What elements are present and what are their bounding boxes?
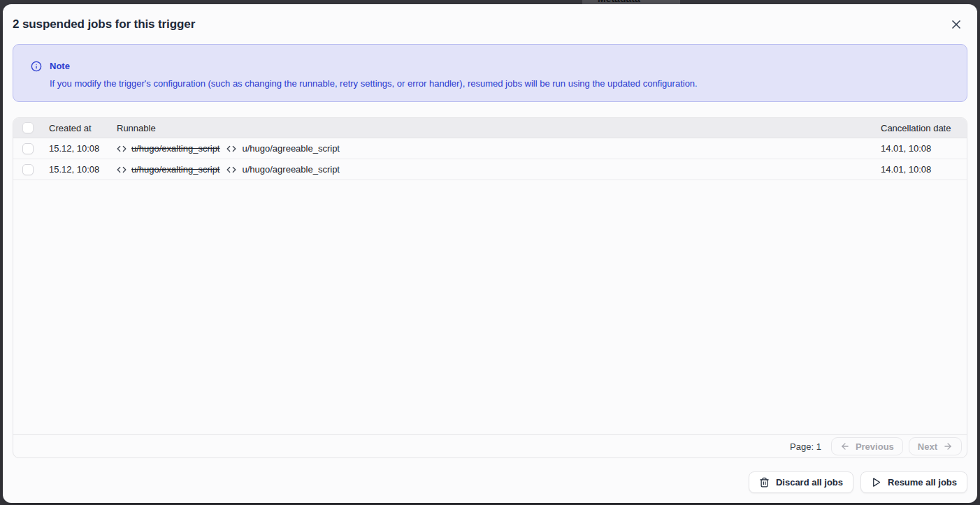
row-checkbox[interactable] (22, 143, 34, 154)
select-all-checkbox[interactable] (22, 122, 34, 133)
code-icon (117, 165, 127, 175)
pagination: Page: 1 Previous Next (13, 434, 967, 458)
table-header-row: Created at Runnable Cancellation date (13, 118, 967, 138)
previous-page-button[interactable]: Previous (831, 437, 903, 455)
note-content: Note If you modify the trigger's configu… (50, 61, 698, 89)
next-label: Next (918, 441, 937, 452)
column-header-created-at: Created at (49, 123, 117, 133)
runnable-cell: u/hugo/exalting_script u/hugo/agreeable_… (117, 143, 881, 154)
code-icon (226, 165, 236, 175)
row-checkbox-cell (13, 143, 49, 154)
runnable-cell: u/hugo/exalting_script u/hugo/agreeable_… (117, 164, 881, 175)
resume-all-jobs-label: Resume all jobs (888, 477, 957, 488)
resume-all-jobs-button[interactable]: Resume all jobs (860, 471, 967, 493)
table-row[interactable]: 15.12, 10:08 u/hugo/exalting_script u/hu… (13, 138, 967, 159)
close-icon (949, 17, 963, 31)
modal-header: 2 suspended jobs for this trigger (3, 4, 977, 44)
modal-title: 2 suspended jobs for this trigger (13, 17, 195, 31)
column-header-cancellation-date: Cancellation date (881, 123, 967, 133)
note-banner: Note If you modify the trigger's configu… (13, 44, 967, 102)
created-at-cell: 15.12, 10:08 (49, 143, 117, 154)
code-icon (226, 144, 236, 154)
old-runnable-path: u/hugo/exalting_script (131, 164, 219, 175)
info-icon (31, 61, 42, 72)
discard-all-jobs-label: Discard all jobs (776, 477, 843, 488)
previous-label: Previous (856, 441, 894, 452)
row-checkbox[interactable] (22, 164, 34, 175)
new-runnable-path: u/hugo/agreeable_script (242, 164, 340, 175)
arrow-right-icon (943, 441, 953, 451)
suspended-jobs-modal: 2 suspended jobs for this trigger Note I… (3, 4, 977, 503)
cancellation-date-cell: 14.01, 10:08 (881, 143, 967, 154)
created-at-cell: 15.12, 10:08 (49, 164, 117, 175)
new-runnable-path: u/hugo/agreeable_script (242, 143, 340, 154)
page-indicator: Page: 1 (790, 441, 821, 452)
note-body: If you modify the trigger's configuratio… (50, 78, 698, 89)
play-icon (871, 477, 881, 488)
header-checkbox-cell (13, 122, 49, 133)
modal-actions: Discard all jobs Resume all jobs (3, 458, 977, 503)
trash-icon (759, 477, 770, 488)
note-title: Note (50, 61, 698, 72)
arrow-left-icon (840, 441, 850, 451)
row-checkbox-cell (13, 164, 49, 175)
close-button[interactable] (949, 17, 963, 31)
next-page-button[interactable]: Next (909, 437, 962, 455)
cancellation-date-cell: 14.01, 10:08 (881, 164, 967, 175)
discard-all-jobs-button[interactable]: Discard all jobs (749, 471, 853, 493)
table-row[interactable]: 15.12, 10:08 u/hugo/exalting_script u/hu… (13, 159, 967, 180)
table-empty-space (13, 180, 967, 434)
old-runnable-path: u/hugo/exalting_script (131, 143, 219, 154)
code-icon (117, 144, 127, 154)
column-header-runnable: Runnable (117, 123, 881, 133)
suspended-jobs-table: Created at Runnable Cancellation date 15… (13, 117, 967, 458)
